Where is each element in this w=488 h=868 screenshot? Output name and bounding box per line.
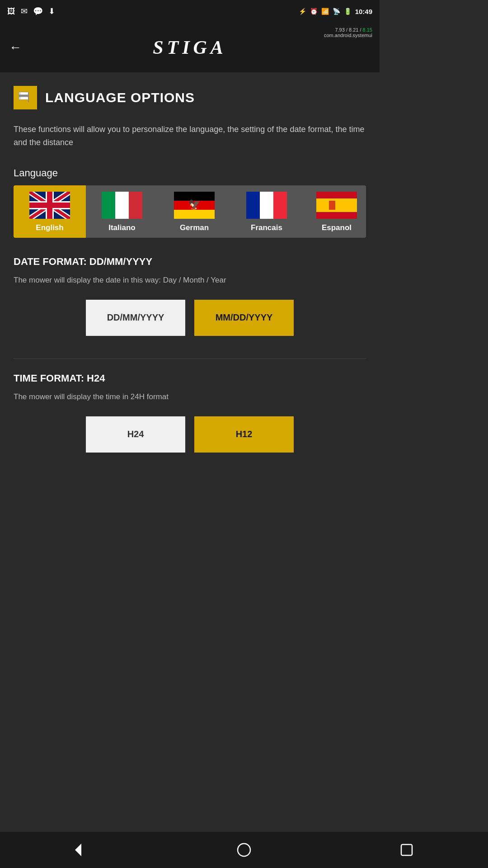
lang-italiano[interactable]: Italiano <box>86 185 158 238</box>
flag-icon <box>18 90 33 105</box>
page-description: These functions will allow you to person… <box>14 123 366 149</box>
wifi-icon: 📶 <box>321 8 329 15</box>
svg-rect-23 <box>260 192 273 219</box>
it-flag-svg <box>102 192 142 219</box>
nav-home-icon <box>236 842 252 858</box>
svg-text:🦅: 🦅 <box>188 198 201 211</box>
time-format-buttons: H24 H12 <box>14 416 366 453</box>
date-format-description: The mower will display the date in this … <box>14 274 366 286</box>
svg-marker-28 <box>75 844 81 856</box>
page-title-row: LANGUAGE OPTIONS <box>14 86 366 109</box>
es-flag-svg <box>316 192 357 219</box>
flag-english <box>29 192 70 219</box>
svg-rect-15 <box>102 192 115 219</box>
status-bar: 🖼 ✉ 💬 ⬇ ⚡ ⏰ 📶 📡 🔋 10:49 <box>0 0 380 23</box>
svg-rect-2 <box>19 94 28 97</box>
back-button[interactable]: ← <box>9 40 22 55</box>
svg-point-29 <box>238 844 250 856</box>
bluetooth-icon: ⚡ <box>299 8 306 15</box>
date-format-section: DATE FORMAT: DD/MM/YYYY The mower will d… <box>14 256 366 336</box>
date-format-title: DATE FORMAT: DD/MM/YYYY <box>14 256 366 268</box>
svg-rect-1 <box>19 92 28 94</box>
lang-german[interactable]: 🦅 German <box>158 185 230 238</box>
flag-german: 🦅 <box>174 192 215 219</box>
bottom-nav <box>0 832 380 868</box>
battery-icon: 🔋 <box>344 8 352 15</box>
package-name: com.android.systemui <box>324 33 372 38</box>
gallery-icon: 🖼 <box>7 7 15 16</box>
date-format-dd-mm-yyyy[interactable]: DD/MM/YYYY <box>86 300 185 336</box>
version-number: 7.93 / 8.21 / 8.15 <box>335 27 372 33</box>
svg-rect-24 <box>273 192 287 219</box>
lang-english-label: English <box>36 223 63 232</box>
time-format-title: TIME FORMAT: H24 <box>14 373 366 384</box>
app-header: ← STIGA 7.93 / 8.21 / 8.15 com.android.s… <box>0 23 380 72</box>
chat-icon: 💬 <box>33 6 43 16</box>
nav-back-button[interactable] <box>68 836 95 863</box>
svg-rect-22 <box>246 192 260 219</box>
status-bar-info: ⚡ ⏰ 📶 📡 🔋 10:49 <box>299 8 372 15</box>
de-flag-svg: 🦅 <box>174 192 215 219</box>
svg-rect-3 <box>19 97 28 99</box>
svg-rect-14 <box>29 203 70 208</box>
lang-espanol[interactable]: Espanol <box>303 185 366 238</box>
date-format-buttons: DD/MM/YYYY MM/DD/YYYY <box>14 300 366 336</box>
flag-francais <box>246 192 287 219</box>
app-logo: STIGA <box>153 37 227 58</box>
svg-rect-27 <box>329 201 335 210</box>
mail-icon: ✉ <box>21 6 28 16</box>
time-format-description: The mower will display the time in 24H f… <box>14 391 366 403</box>
download-icon: ⬇ <box>48 6 55 16</box>
uk-flag-svg <box>29 192 70 219</box>
flag-italiano <box>102 192 142 219</box>
lang-italiano-label: Italiano <box>108 223 136 232</box>
svg-rect-16 <box>115 192 129 219</box>
time-display: 10:49 <box>355 8 372 15</box>
language-strip: English Italiano <box>14 185 366 238</box>
section-divider <box>14 359 366 359</box>
lang-espanol-label: Espanol <box>322 223 352 232</box>
lang-german-label: German <box>180 223 209 232</box>
time-format-h12[interactable]: H12 <box>194 416 294 453</box>
status-bar-icons: 🖼 ✉ 💬 ⬇ <box>7 6 55 16</box>
nav-back-icon <box>73 842 89 858</box>
time-format-h24[interactable]: H24 <box>86 416 185 453</box>
fr-flag-svg <box>246 192 287 219</box>
flag-espanol <box>316 192 357 219</box>
svg-rect-5 <box>28 92 29 102</box>
svg-rect-26 <box>316 198 357 212</box>
svg-rect-17 <box>129 192 142 219</box>
page-title: LANGUAGE OPTIONS <box>45 90 195 105</box>
date-format-mm-dd-yyyy[interactable]: MM/DD/YYYY <box>194 300 294 336</box>
nav-home-button[interactable] <box>230 836 258 863</box>
version-info: 7.93 / 8.21 / 8.15 com.android.systemui <box>324 27 372 38</box>
language-section: Language <box>14 167 366 238</box>
language-label: Language <box>14 167 366 179</box>
title-icon-box <box>14 86 37 109</box>
signal-icon: 📡 <box>333 8 340 15</box>
svg-rect-20 <box>174 210 215 219</box>
lang-francais[interactable]: Francais <box>230 185 303 238</box>
time-format-section: TIME FORMAT: H24 The mower will display … <box>14 373 366 453</box>
main-content: LANGUAGE OPTIONS These functions will al… <box>0 72 380 489</box>
lang-english[interactable]: English <box>14 185 86 238</box>
alarm-icon: ⏰ <box>310 8 318 15</box>
lang-francais-label: Francais <box>251 223 282 232</box>
